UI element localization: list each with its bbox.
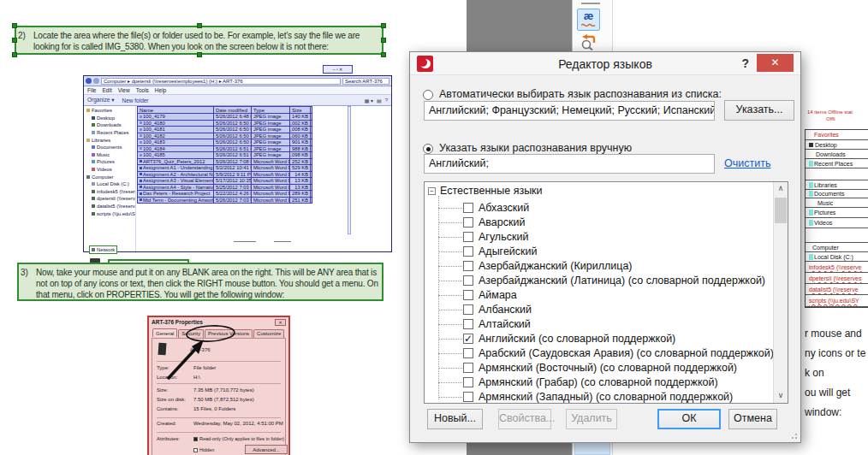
language-checkbox[interactable]: [463, 304, 473, 315]
file-cell: 1,098 KB: [290, 152, 311, 158]
selection-handle[interactable]: [12, 23, 17, 28]
file-cell: 100_4185: [138, 152, 214, 158]
selection-handle[interactable]: [197, 52, 202, 57]
language-checkbox[interactable]: [463, 232, 473, 242]
selection-handle[interactable]: [12, 38, 17, 43]
language-checkbox[interactable]: [463, 319, 473, 329]
image-pane[interactable]: 2) Locate the area where the file(s) or …: [0, 0, 467, 455]
ok-button[interactable]: ОК: [657, 409, 721, 429]
file-cell: JPEG image: [252, 139, 290, 145]
file-icon: [140, 147, 142, 150]
scrollbar-thumb[interactable]: [775, 198, 787, 223]
file-cell: 5/26/2012 7:03 PM: [214, 198, 252, 204]
file-cell: 5/26/2012 6:51 PM: [214, 146, 252, 152]
sidebar-item-network: datalist5 (\\reserve...: [84, 203, 135, 210]
ocr-text-line: ny icons or te: [805, 347, 865, 359]
language-row[interactable]: Английский (со словарной поддержкой): [425, 332, 773, 346]
network-icon: [92, 204, 95, 208]
selection-handle[interactable]: [381, 23, 386, 28]
language-checkbox[interactable]: [463, 377, 473, 387]
language-checkbox[interactable]: [463, 392, 473, 402]
language-checkbox[interactable]: [463, 348, 473, 358]
ocr-row: dpetersli (\\reserves: [806, 273, 868, 284]
tree-branch: [438, 310, 462, 310]
language-row[interactable]: Азербайджанский (Кириллица): [425, 259, 773, 274]
nav-label: scripts (\\ju.edu\SY...: [97, 211, 135, 216]
clear-link[interactable]: Очистить: [724, 157, 770, 169]
language-row[interactable]: Агульский: [425, 230, 773, 245]
file-cell: 5/26/2012 6:48 PM: [214, 114, 252, 120]
language-row[interactable]: Армянский (Восточный) (со словарной подд…: [425, 361, 773, 375]
properties-button[interactable]: Свойства...: [498, 409, 551, 429]
language-row[interactable]: Адыгейский: [425, 245, 773, 259]
file-cell: 5/17/2012 10:35 PM: [214, 178, 252, 184]
ae-icon: æ: [578, 9, 599, 23]
file-cell: 5/9/2012 9:11 PM: [214, 172, 252, 178]
ocr-row: Favorites: [806, 130, 868, 140]
language-row[interactable]: Армянский (Грабар) (со словарной поддерж…: [425, 375, 773, 390]
recognition-language-button[interactable]: æ: [577, 9, 600, 31]
explorer-menu-item: File: [87, 87, 96, 93]
verify-tool-button[interactable]: [579, 34, 597, 50]
selection-handle[interactable]: [381, 52, 386, 57]
properties-title: ART-376 Properties: [152, 319, 203, 328]
cancel-button[interactable]: Отмена: [728, 409, 777, 429]
language-checkbox[interactable]: [463, 275, 473, 286]
hidden-checkbox: [193, 448, 198, 452]
auto-language-radio[interactable]: [423, 90, 433, 100]
file-cell: 5/26/2012 6:51 PM: [214, 152, 252, 158]
language-row[interactable]: Азербайджанский (Латиница) (со словарной…: [425, 274, 773, 288]
language-checkbox[interactable]: [463, 261, 473, 271]
manual-language-radio[interactable]: [423, 144, 433, 154]
tree-root-row[interactable]: − Естественные языки: [425, 185, 773, 199]
text-region-step2[interactable]: 2) Locate the area where the file(s) or …: [15, 26, 383, 55]
scroll-up-icon[interactable]: ∧: [774, 182, 788, 196]
resize-grip[interactable]: [795, 437, 797, 439]
collapse-icon[interactable]: −: [428, 187, 436, 195]
property-value: 15 Files, 0 Folders: [193, 406, 235, 411]
help-button[interactable]: ?: [741, 56, 749, 70]
ocr-meta-text: Offli: [826, 116, 835, 121]
language-checkbox[interactable]: [463, 203, 473, 213]
language-checkbox[interactable]: [463, 290, 473, 300]
text-region-step3[interactable]: 3) Now, take your mouse and put it on an…: [17, 263, 383, 301]
delete-button[interactable]: Удалить: [566, 409, 617, 429]
explorer-menu-item: Edit: [102, 87, 111, 93]
language-row[interactable]: Аварский: [425, 216, 773, 230]
language-list[interactable]: − Естественные языки АбхазскийАварскийАг…: [424, 181, 788, 404]
manual-languages-field[interactable]: Английский;: [424, 154, 715, 174]
language-row[interactable]: Алтайский: [425, 317, 773, 332]
organize-button: Organize ▾: [87, 97, 114, 103]
tree-branch: [438, 237, 462, 238]
language-row[interactable]: Арабский (Саудовская Аравия) (со словарн…: [425, 346, 773, 361]
language-row[interactable]: Абхазский: [425, 201, 773, 216]
selection-handle[interactable]: [12, 52, 17, 57]
toolbar-icon: ▤: [377, 98, 382, 103]
language-label: Абхазский: [479, 202, 529, 214]
file-row: 100_41825/26/2012 6:50 PMJPEG image1,060…: [137, 133, 312, 140]
explorer-menu-item: View: [118, 87, 130, 93]
properties-title-bar: ART-376 Properties ✕: [149, 317, 288, 328]
selection-handle[interactable]: [197, 23, 202, 28]
language-row[interactable]: Армянский (Западный) (со словарной подде…: [425, 390, 773, 403]
language-checkbox[interactable]: [463, 217, 473, 228]
dialog-title-bar[interactable]: Редактор языков ? ✕: [410, 52, 800, 75]
item-icon: [809, 143, 813, 147]
list-scrollbar[interactable]: ∧ ∨: [773, 182, 788, 403]
language-checkbox[interactable]: [463, 334, 473, 344]
new-button[interactable]: Новый...: [427, 409, 483, 429]
magnifier-arrow-icon: [579, 34, 597, 50]
property-value: H:\: [193, 375, 200, 380]
language-checkbox[interactable]: [463, 363, 473, 373]
language-checkbox[interactable]: [463, 246, 473, 257]
selection-handle[interactable]: [381, 38, 386, 43]
specify-button[interactable]: Указать...: [724, 100, 794, 121]
language-row[interactable]: Албанский: [425, 303, 773, 317]
property-label: Size:: [157, 387, 168, 393]
readonly-attribute: Read-only (Only applies to files in fold…: [193, 436, 284, 441]
auto-languages-field[interactable]: Английский; Французский; Немецкий; Русск…: [424, 101, 715, 121]
close-button[interactable]: ✕: [757, 54, 794, 72]
properties-dialog-screenshot: ART-376 Properties ✕ GeneralSecurityPrev…: [147, 316, 290, 455]
scroll-down-icon[interactable]: ∨: [774, 389, 788, 403]
language-row[interactable]: Аймара: [425, 288, 773, 303]
